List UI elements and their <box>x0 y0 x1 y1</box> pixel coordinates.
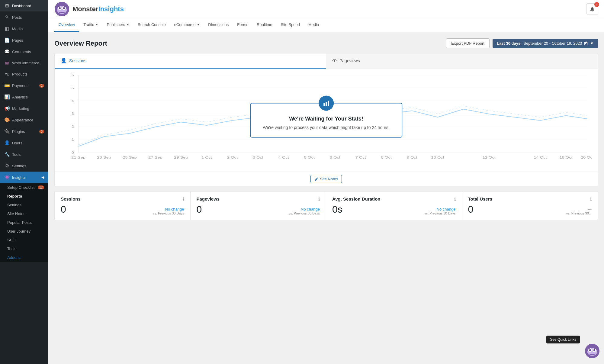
stat-change: No change <box>153 207 184 211</box>
stat-value: 0s <box>332 204 342 215</box>
sidebar-item-reports[interactable]: Reports <box>0 192 48 201</box>
stat-header: Avg. Session Duration ℹ <box>332 196 456 201</box>
svg-rect-6 <box>59 12 65 13</box>
settings-icon: ⚙ <box>4 163 10 169</box>
sidebar-item-label: Payments <box>12 83 30 88</box>
sidebar-item-settings-sub[interactable]: Settings <box>0 201 48 209</box>
stat-change: — <box>566 207 592 211</box>
stat-period: vs. Previous 30 Days <box>424 211 455 215</box>
sidebar-item-woocommerce[interactable]: W WooCommerce <box>0 57 48 69</box>
products-icon: 🛍 <box>4 72 10 77</box>
chevron-down-icon: ▼ <box>126 23 129 26</box>
sidebar-item-payments[interactable]: 💳 Payments 1 <box>0 80 48 91</box>
pageviews-tab-label: Pageviews <box>339 58 360 63</box>
info-icon[interactable]: ℹ <box>183 197 184 201</box>
user-journey-label: User Journey <box>7 229 31 234</box>
sidebar-item-site-notes[interactable]: Site Notes <box>0 209 48 218</box>
sidebar-item-media[interactable]: ◧ Media <box>0 23 48 34</box>
chevron-down-icon: ▼ <box>590 41 594 46</box>
svg-text:0: 0 <box>72 151 74 155</box>
info-icon[interactable]: ℹ <box>454 197 456 201</box>
sidebar-item-analytics[interactable]: 📊 Analytics <box>0 91 48 103</box>
svg-text:23 Sep: 23 Sep <box>97 156 111 159</box>
tab-media[interactable]: Media <box>304 18 323 32</box>
notification-bell[interactable]: 0 <box>586 3 598 15</box>
site-notes-link[interactable]: Site Notes <box>310 175 342 183</box>
export-pdf-button[interactable]: Export PDF Report <box>446 38 490 48</box>
bell-badge: 0 <box>594 2 599 7</box>
stat-value: 0 <box>197 204 202 215</box>
overview-actions: Export PDF Report Last 30 days: Septembe… <box>446 38 598 48</box>
sidebar-item-products[interactable]: 🛍 Products <box>0 69 48 80</box>
tab-ecommerce[interactable]: eCommerce ▼ <box>170 18 204 32</box>
sidebar-item-insights[interactable]: 👾 Insights ◀ <box>0 172 48 183</box>
sidebar-item-users[interactable]: 👤 Users <box>0 137 48 149</box>
sidebar-item-settings[interactable]: ⚙ Settings <box>0 160 48 172</box>
stat-label: Total Users <box>468 196 493 201</box>
site-notes-label: Site Notes <box>320 177 338 181</box>
addons-label: Addons <box>7 255 21 260</box>
sidebar-item-plugins[interactable]: 🔌 Plugins 3 <box>0 126 48 137</box>
plugins-icon: 🔌 <box>4 129 10 134</box>
person-icon: 👤 <box>61 58 67 63</box>
date-range-button[interactable]: Last 30 days: September 20 - October 19,… <box>493 39 598 48</box>
info-icon[interactable]: ℹ <box>318 197 320 201</box>
info-icon[interactable]: ℹ <box>590 197 592 201</box>
tab-search-console[interactable]: Search Console <box>133 18 170 32</box>
quick-links-tooltip: See Quick Links <box>546 336 580 343</box>
sidebar-item-tools-sub[interactable]: Tools <box>0 244 48 253</box>
chart-tab-sessions[interactable]: 👤 Sessions <box>55 53 326 69</box>
bell-icon <box>590 6 595 12</box>
sidebar-item-tools[interactable]: 🔧 Tools <box>0 149 48 160</box>
sidebar-item-setup-checklist[interactable]: Setup Checklist 12 <box>0 183 48 192</box>
sidebar-item-dashboard[interactable]: ⊞ Dashboard <box>0 0 48 11</box>
overview-header: Overview Report Export PDF Report Last 3… <box>54 38 598 48</box>
stat-card-total-users: Total Users ℹ 0 — vs. Previous 30... <box>462 192 598 220</box>
sidebar-item-addons[interactable]: Addons <box>0 253 48 262</box>
sidebar-item-popular-posts[interactable]: Popular Posts <box>0 218 48 227</box>
stat-change-area: No change vs. Previous 30 Days <box>153 207 184 215</box>
sidebar-item-pages[interactable]: 📄 Pages <box>0 34 48 46</box>
svg-text:4 Oct: 4 Oct <box>278 156 289 159</box>
svg-rect-52 <box>590 354 595 355</box>
tab-forms[interactable]: Forms <box>233 18 252 32</box>
tab-traffic[interactable]: Traffic ▼ <box>79 18 102 32</box>
sidebar-item-seo[interactable]: SEO <box>0 236 48 244</box>
chart-area: 0 1 2 3 4 5 6 21 Sep 23 Sep <box>55 69 598 172</box>
svg-text:2 Oct: 2 Oct <box>227 156 238 159</box>
chart-tab-pageviews[interactable]: 👁 Pageviews <box>326 53 598 69</box>
pencil-icon <box>314 177 319 181</box>
sidebar-item-posts[interactable]: ✎ Posts <box>0 11 48 23</box>
stat-change-area: — vs. Previous 30... <box>566 207 592 215</box>
tab-overview[interactable]: Overview <box>54 18 79 32</box>
monster-avatar[interactable] <box>585 343 600 360</box>
svg-text:18 Oct: 18 Oct <box>559 156 573 159</box>
woo-icon: W <box>4 60 10 66</box>
stat-value: 0 <box>468 204 474 215</box>
sidebar-item-user-journey[interactable]: User Journey <box>0 227 48 236</box>
sidebar-item-label: Analytics <box>12 95 28 99</box>
svg-point-4 <box>59 7 61 9</box>
svg-text:4: 4 <box>72 99 74 103</box>
sidebar-item-marketing[interactable]: 📢 Marketing <box>0 103 48 114</box>
stat-change: No change <box>424 207 455 211</box>
svg-text:14 Oct: 14 Oct <box>534 156 547 159</box>
svg-text:25 Sep: 25 Sep <box>123 156 137 159</box>
payments-icon: 💳 <box>4 83 10 88</box>
chart-container: 👤 Sessions 👁 Pageviews <box>54 53 598 186</box>
stat-card-avg-session: Avg. Session Duration ℹ 0s No change vs.… <box>326 192 462 220</box>
sidebar-item-label: Appearance <box>12 118 33 122</box>
sidebar-item-comments[interactable]: 💬 Comments <box>0 46 48 57</box>
brand: MonsterInsights <box>54 2 124 17</box>
settings-sub-label: Settings <box>7 203 21 207</box>
tab-realtime[interactable]: Realtime <box>252 18 276 32</box>
tab-dimensions[interactable]: Dimensions <box>204 18 233 32</box>
stat-change-area: No change vs. Previous 30 Days <box>424 207 455 215</box>
tab-publishers[interactable]: Publishers ▼ <box>103 18 134 32</box>
monster-avatar-icon <box>585 343 600 359</box>
site-notes-banner: Site Notes <box>55 172 598 186</box>
sidebar-item-appearance[interactable]: 🎨 Appearance <box>0 114 48 126</box>
sidebar-item-label: Products <box>12 72 27 76</box>
tab-site-speed[interactable]: Site Speed <box>276 18 304 32</box>
sidebar: ⊞ Dashboard ✎ Posts ◧ Media 📄 Pages 💬 Co… <box>0 0 48 364</box>
